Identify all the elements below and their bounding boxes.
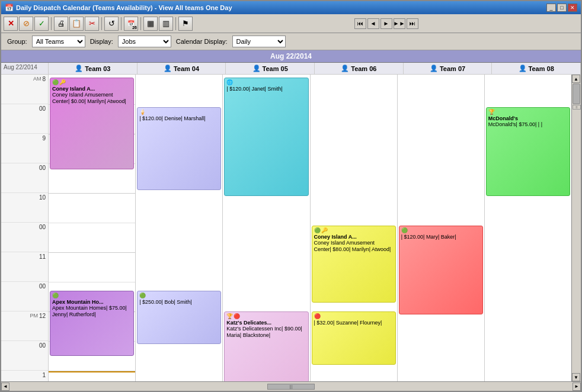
event-apex-mountain-team03[interactable]: 🟢 Apex Mountain Ho... Apex Mountain Home… xyxy=(50,291,134,356)
event-120-mary-team07[interactable]: 🟢 | $120.00| Mary| Baker| xyxy=(399,226,483,314)
time-1230: 00 xyxy=(1,341,48,371)
view2-button[interactable]: ▥ xyxy=(159,17,173,31)
event-details: Katz's Delicatessen Inc| $90.00| Maria| … xyxy=(226,326,306,339)
nav-next2-button[interactable]: ►► xyxy=(394,18,405,29)
event-title: Coney Island A... xyxy=(52,86,132,92)
ok-tool-button[interactable]: ✓ xyxy=(34,17,49,31)
team04-header: 👤 Team 04 xyxy=(137,63,226,74)
print-button[interactable]: 🖨 xyxy=(54,17,68,31)
team08-column: 🏆 McDonald's McDonald's| $75.00| | | xyxy=(485,75,571,381)
time-12pm: PM12 xyxy=(1,311,48,341)
sep5 xyxy=(175,17,176,30)
event-icons: 🏆🔴 xyxy=(226,313,306,319)
close-button[interactable]: ✕ xyxy=(568,4,577,12)
time-830: 00 xyxy=(1,104,48,134)
event-details: | $120.00| Janet| Smith| xyxy=(226,86,306,92)
event-details: Coney Island Amusement Center| $80.00| M… xyxy=(314,240,394,253)
time-10am: 10 xyxy=(1,193,48,223)
export-button[interactable]: 📋 xyxy=(69,17,84,31)
event-details: | $120.00| Denise| Marshall| xyxy=(139,115,219,122)
team07-icon: 👤 xyxy=(430,65,438,72)
team05-header: 👤 Team 05 xyxy=(226,63,315,74)
time-1130: 00 xyxy=(1,282,48,311)
view1-button[interactable]: ▦ xyxy=(143,17,158,31)
maximize-button[interactable]: □ xyxy=(557,4,567,12)
flag-button[interactable]: ⚑ xyxy=(178,17,193,31)
time-8am: AM8 xyxy=(1,75,48,104)
event-icons: 🟢 xyxy=(139,293,219,298)
nav-controls: ⏮ ◄ ► ►► ⏭ xyxy=(194,18,578,29)
team06-events-area: 🟢🔑 Coney Island A... Coney Island Amusem… xyxy=(311,75,397,381)
event-coney-island-team06[interactable]: 🟢🔑 Coney Island A... Coney Island Amusem… xyxy=(312,226,396,303)
time-column: AM8 00 9 00 10 00 11 00 PM12 00 1 00 2 0… xyxy=(1,75,49,381)
time-11am: 11 xyxy=(1,252,48,282)
display-select[interactable]: JobsTasksBoth xyxy=(118,36,171,47)
nav-first-button[interactable]: ⏮ xyxy=(354,18,366,29)
event-details: Apex Mountain Homes| $75.00| Jenny| Ruth… xyxy=(52,305,132,318)
window-title: Daily Dispatch Calendar (Teams Availabil… xyxy=(16,4,232,11)
calendar-display-select[interactable]: DailyWeeklyMonthly xyxy=(232,36,286,47)
time-9am: 9 xyxy=(1,134,48,163)
team03-header: 👤 Team 03 xyxy=(49,63,137,74)
display-label: Display: xyxy=(90,38,113,45)
close-tool-button[interactable]: ✕ xyxy=(4,17,18,31)
time-930: 00 xyxy=(1,163,48,193)
event-details: | $32.00| Suzanne| Flourney| xyxy=(314,320,394,326)
event-katz-team05[interactable]: 🏆🔴 Katz's Delicates... Katz's Delicatess… xyxy=(224,311,308,381)
event-250-bob-team04[interactable]: 🟢 | $250.00| Bob| Smith| xyxy=(137,291,221,344)
calendar-scroll-body[interactable]: AM8 00 9 00 10 00 11 00 PM12 00 1 00 2 0… xyxy=(1,75,571,381)
team07-header: 👤 Team 07 xyxy=(404,63,493,74)
calendar-button[interactable]: 📅26 xyxy=(124,17,138,31)
calendar-container: Aug 22/2014 Aug 22/2014 👤 Team 03 👤 Team… xyxy=(1,50,581,391)
refresh-button[interactable]: ↺ xyxy=(104,17,119,31)
event-icons: 🟢 xyxy=(401,227,481,233)
time-1pm: 1 xyxy=(1,371,48,381)
group-select[interactable]: All TeamsTeam 01Team 02 xyxy=(32,36,85,47)
nav-next-button[interactable]: ► xyxy=(380,18,392,29)
team06-header: 👤 Team 06 xyxy=(315,63,404,74)
event-icons: 🟢🔑 xyxy=(52,79,132,85)
sep1 xyxy=(51,17,52,30)
toolbar: ✕ ⊘ ✓ 🖨 📋 ✂ ↺ 📅26 ▦ ▥ ⚑ ⏮ ◄ ► ►► ⏭ xyxy=(1,14,581,33)
team05-column: 🌐 | $120.00| Janet| Smith| 🏆🔴 Katz's Del… xyxy=(223,75,310,381)
nav-prev-button[interactable]: ◄ xyxy=(367,18,379,29)
main-window: 📅 Daily Dispatch Calendar (Teams Availab… xyxy=(0,0,582,392)
group-label: Group: xyxy=(7,38,27,45)
vertical-scrollbar[interactable]: ▲ ≡ ▼ xyxy=(571,75,581,381)
horizontal-scrollbar[interactable]: ◄ ||| ► xyxy=(1,381,581,391)
scroll-track: ≡ xyxy=(572,83,581,373)
team-columns: 🟢🔑 Coney Island A... Coney Island Amusem… xyxy=(49,75,571,381)
event-32-suzanne-team06[interactable]: 🔴 | $32.00| Suzanne| Flourney| xyxy=(312,311,396,365)
team08-icon: 👤 xyxy=(519,65,527,72)
calendar-date-header: Aug 22/2014 xyxy=(1,50,581,63)
team03-column: 🟢🔑 Coney Island A... Coney Island Amusem… xyxy=(49,75,136,381)
event-icons: 🟢🔑 xyxy=(314,227,394,233)
event-title: McDonald's xyxy=(488,115,568,121)
event-details: Coney Island Amusement Center| $0.00| Ma… xyxy=(52,92,132,105)
sep4 xyxy=(140,17,141,30)
time-1030: 00 xyxy=(1,223,48,252)
event-coney-island-team03[interactable]: 🟢🔑 Coney Island A... Coney Island Amusem… xyxy=(50,78,134,169)
delete-button[interactable]: ✂ xyxy=(85,17,99,31)
event-title: Katz's Delicates... xyxy=(226,320,306,326)
event-120-janet-team05[interactable]: 🌐 | $120.00| Janet| Smith| xyxy=(224,78,308,196)
scroll-left-button[interactable]: ◄ xyxy=(1,383,9,391)
window-controls: _ □ ✕ xyxy=(546,4,577,12)
minimize-button[interactable]: _ xyxy=(546,4,556,12)
cancel-tool-button[interactable]: ⊘ xyxy=(19,17,33,31)
scroll-down-button[interactable]: ▼ xyxy=(572,373,580,381)
calendar-body-wrapper: AM8 00 9 00 10 00 11 00 PM12 00 1 00 2 0… xyxy=(1,75,581,381)
event-icons: 🍦 xyxy=(139,109,219,115)
team07-events-area: 🟢 | $120.00| Mary| Baker| xyxy=(398,75,484,381)
nav-last-button[interactable]: ⏭ xyxy=(407,18,418,29)
h-scroll-thumb[interactable]: ||| xyxy=(267,384,315,390)
team08-events-area: 🏆 McDonald's McDonald's| $75.00| | | xyxy=(485,75,571,381)
scroll-right-button[interactable]: ► xyxy=(573,383,581,391)
team03-events-area: 🟢🔑 Coney Island A... Coney Island Amusem… xyxy=(49,75,135,381)
scroll-up-button[interactable]: ▲ xyxy=(572,75,580,83)
event-icons: 🔴 xyxy=(314,313,394,319)
event-mcdonalds-team08[interactable]: 🏆 McDonald's McDonald's| $75.00| | | xyxy=(486,107,570,196)
event-120-denise-team04[interactable]: 🍦 | $120.00| Denise| Marshall| xyxy=(137,107,221,190)
team05-icon: 👤 xyxy=(252,65,261,72)
scroll-thumb[interactable] xyxy=(573,83,580,104)
